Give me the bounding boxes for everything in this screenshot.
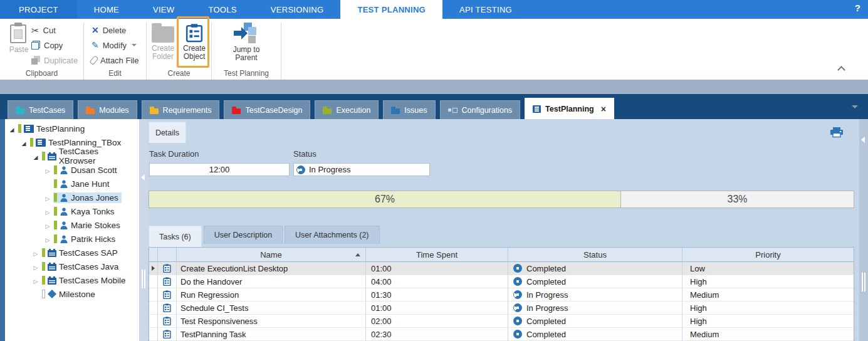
- task-card-icon: [163, 264, 171, 273]
- tree-item-testplanning[interactable]: TestPlanning: [9, 122, 139, 135]
- task-time-cell[interactable]: 04:00: [366, 275, 508, 288]
- tab-requirements[interactable]: Requirements: [142, 100, 220, 119]
- folder-icon: [152, 26, 174, 43]
- paste-button[interactable]: Paste: [4, 23, 34, 54]
- task-priority-cell[interactable]: Medium: [682, 328, 854, 341]
- tree-item-jane-hunt[interactable]: Jane Hunt: [44, 177, 139, 191]
- right-panel-splitter[interactable]: [859, 119, 868, 341]
- task-status-cell[interactable]: Completed: [508, 262, 682, 275]
- expander-icon[interactable]: [33, 152, 39, 161]
- collapse-panel-arrow-icon[interactable]: [861, 137, 865, 143]
- row-expander-cell[interactable]: [149, 262, 158, 275]
- duplicate-button[interactable]: Duplicate: [31, 54, 78, 66]
- task-name-cell[interactable]: Run Regression: [177, 288, 366, 302]
- tree-item-testcases-java[interactable]: TestCases Java: [33, 260, 139, 273]
- task-name-cell[interactable]: Create ExecutionList Desktop: [177, 262, 366, 275]
- tab-testcasedesign[interactable]: TestCaseDesign: [224, 100, 310, 119]
- column-header-priority[interactable]: Priority: [682, 248, 854, 262]
- tree-item-kaya-tonks[interactable]: Kaya Tonks: [44, 204, 139, 218]
- copy-button[interactable]: Copy: [31, 39, 63, 51]
- expander-icon[interactable]: [33, 276, 39, 285]
- modify-dropdown-icon[interactable]: [132, 44, 137, 46]
- expander-icon[interactable]: [21, 138, 27, 147]
- expander-icon[interactable]: [44, 234, 51, 244]
- column-header-name[interactable]: Name: [177, 248, 366, 262]
- tree-item-milestone[interactable]: Milestone: [33, 287, 139, 301]
- status-label: Status: [293, 149, 316, 159]
- task-status-cell[interactable]: Completed: [508, 328, 682, 341]
- task-priority-cell[interactable]: High: [682, 275, 854, 288]
- tab-execution[interactable]: Execution: [315, 100, 379, 119]
- tab-testcases[interactable]: TestCases: [8, 100, 73, 119]
- close-tab-icon[interactable]: ×: [601, 104, 606, 114]
- tree-item-marie-stokes[interactable]: Marie Stokes: [44, 218, 139, 232]
- tab-user-attachments[interactable]: User Attachments (2): [285, 226, 379, 244]
- tree-item-testcases-mobile[interactable]: TestCases Mobile: [33, 273, 139, 287]
- collapse-panel-arrow-icon[interactable]: [141, 174, 145, 181]
- menu-home[interactable]: HOME: [77, 0, 136, 19]
- person-icon: [60, 166, 68, 174]
- task-duration-input[interactable]: 12:00: [149, 163, 290, 176]
- help-icon[interactable]: ?: [855, 3, 860, 13]
- tab-configurations[interactable]: Configurations: [440, 100, 521, 119]
- task-status-cell[interactable]: Completed: [508, 275, 682, 288]
- delete-button[interactable]: ✕ Delete: [92, 24, 126, 36]
- jump-to-parent-button[interactable]: Jump to Parent: [227, 23, 265, 62]
- print-icon[interactable]: [830, 127, 844, 139]
- task-time-cell[interactable]: 01:00: [366, 262, 508, 275]
- status-input[interactable]: In Progress: [293, 163, 430, 176]
- menu-project[interactable]: PROJECT: [0, 0, 77, 19]
- tab-user-description[interactable]: User Description: [204, 226, 283, 244]
- task-time-cell[interactable]: 01:30: [366, 288, 508, 302]
- tree-item-jonas-jones[interactable]: Jonas Jones: [44, 191, 139, 204]
- column-header-status[interactable]: Status: [508, 248, 682, 262]
- task-priority-cell[interactable]: High: [682, 302, 854, 315]
- splitter-grip[interactable]: [862, 273, 863, 291]
- task-time-cell[interactable]: 01:00: [366, 302, 508, 315]
- expander-icon[interactable]: [9, 124, 15, 134]
- tree-item-patrik-hicks[interactable]: Patrik Hicks: [44, 232, 139, 246]
- task-name-cell[interactable]: Schedule CI_Tests: [177, 302, 366, 315]
- task-priority-cell[interactable]: Low: [682, 262, 854, 275]
- task-name-cell[interactable]: TestPlanning Task: [177, 328, 366, 341]
- task-name-cell[interactable]: Test Responsiveness: [177, 315, 366, 328]
- menu-versioning[interactable]: VERSIONING: [254, 0, 341, 19]
- tab-overflow-dropdown-icon[interactable]: [852, 105, 858, 108]
- modify-button[interactable]: ✎ Modify: [92, 39, 137, 51]
- expander-icon[interactable]: [33, 262, 39, 271]
- task-name-cell[interactable]: Do the Handover: [177, 275, 366, 288]
- expander-icon[interactable]: [44, 193, 51, 202]
- expander-icon[interactable]: [44, 207, 51, 216]
- attach-file-button[interactable]: Attach File: [92, 54, 139, 66]
- task-time-cell[interactable]: 02:30: [366, 328, 508, 341]
- tab-details[interactable]: Details: [149, 122, 186, 143]
- cut-button[interactable]: ✂ Cut: [31, 24, 56, 36]
- tab-tasks[interactable]: Tasks (6): [149, 226, 202, 247]
- task-priority-cell[interactable]: Medium: [682, 288, 854, 302]
- yellow-folder-icon: [150, 108, 159, 114]
- splitter-grip[interactable]: [142, 270, 143, 288]
- tree-splitter[interactable]: [139, 119, 148, 341]
- tree-item-testcases-sap[interactable]: TestCases SAP: [33, 246, 139, 260]
- tab-modules[interactable]: Modules: [78, 100, 137, 119]
- expander-icon[interactable]: [44, 165, 51, 175]
- task-status-cell[interactable]: In Progress: [508, 288, 682, 302]
- create-folder-button[interactable]: Create Folder: [148, 23, 178, 61]
- task-status-cell[interactable]: Completed: [508, 315, 682, 328]
- expander-icon[interactable]: [44, 221, 51, 230]
- task-icon-cell: [158, 328, 177, 341]
- status-icon: [513, 277, 522, 286]
- row-expander-cell: [149, 328, 158, 341]
- expander-icon[interactable]: [33, 248, 39, 258]
- column-header-time-spent[interactable]: Time Spent: [366, 248, 508, 262]
- task-time-cell[interactable]: 02:00: [366, 315, 508, 328]
- menu-api-testing[interactable]: API TESTING: [442, 0, 529, 19]
- tree-item-testcases-xbrowser[interactable]: TestCases XBrowser: [33, 149, 139, 163]
- menu-test-planning[interactable]: TEST PLANNING: [340, 0, 442, 19]
- collapse-ribbon-icon[interactable]: [839, 65, 844, 71]
- row-expand-icon[interactable]: [152, 266, 155, 271]
- tab-issues[interactable]: Issues: [383, 100, 435, 119]
- task-status-cell[interactable]: In Progress: [508, 302, 682, 315]
- task-priority-cell[interactable]: High: [682, 315, 854, 328]
- tab-testplanning[interactable]: TestPlanning ×: [525, 98, 614, 119]
